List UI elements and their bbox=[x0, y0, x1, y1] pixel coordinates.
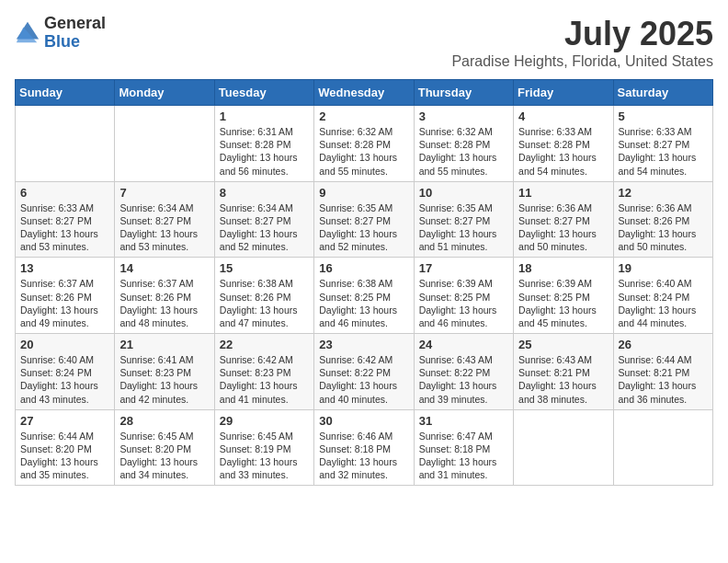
calendar-cell: 29Sunrise: 6:45 AM Sunset: 8:19 PM Dayli… bbox=[214, 409, 313, 486]
calendar-cell bbox=[16, 106, 115, 182]
day-info: Sunrise: 6:44 AM Sunset: 8:21 PM Dayligh… bbox=[619, 353, 708, 406]
calendar-cell: 31Sunrise: 6:47 AM Sunset: 8:18 PM Dayli… bbox=[414, 409, 513, 486]
calendar-cell: 14Sunrise: 6:37 AM Sunset: 8:26 PM Dayli… bbox=[115, 258, 214, 334]
day-info: Sunrise: 6:43 AM Sunset: 8:22 PM Dayligh… bbox=[419, 353, 508, 406]
calendar-cell: 27Sunrise: 6:44 AM Sunset: 8:20 PM Dayli… bbox=[16, 409, 115, 486]
day-number: 1 bbox=[220, 109, 309, 123]
day-number: 18 bbox=[518, 261, 608, 275]
day-info: Sunrise: 6:39 AM Sunset: 8:25 PM Dayligh… bbox=[518, 277, 608, 329]
day-number: 21 bbox=[119, 338, 209, 351]
calendar-cell: 1Sunrise: 6:31 AM Sunset: 8:28 PM Daylig… bbox=[214, 106, 313, 182]
day-number: 29 bbox=[220, 414, 309, 428]
day-number: 15 bbox=[220, 261, 309, 275]
day-info: Sunrise: 6:35 AM Sunset: 8:27 PM Dayligh… bbox=[419, 201, 508, 254]
calendar-cell: 5Sunrise: 6:33 AM Sunset: 8:27 PM Daylig… bbox=[613, 106, 712, 182]
day-number: 25 bbox=[518, 338, 608, 351]
day-number: 22 bbox=[220, 338, 309, 351]
day-of-week-header: Saturday bbox=[613, 80, 712, 106]
day-info: Sunrise: 6:42 AM Sunset: 8:22 PM Dayligh… bbox=[319, 353, 408, 406]
day-info: Sunrise: 6:40 AM Sunset: 8:24 PM Dayligh… bbox=[20, 353, 109, 406]
calendar-cell: 2Sunrise: 6:32 AM Sunset: 8:28 PM Daylig… bbox=[314, 106, 414, 182]
calendar-table: SundayMondayTuesdayWednesdayThursdayFrid… bbox=[15, 79, 713, 486]
calendar-cell: 4Sunrise: 6:33 AM Sunset: 8:28 PM Daylig… bbox=[514, 106, 613, 182]
calendar-week-row: 20Sunrise: 6:40 AM Sunset: 8:24 PM Dayli… bbox=[16, 334, 713, 410]
days-of-week-row: SundayMondayTuesdayWednesdayThursdayFrid… bbox=[16, 80, 713, 106]
day-of-week-header: Wednesday bbox=[314, 80, 414, 106]
day-of-week-header: Thursday bbox=[414, 80, 513, 106]
day-info: Sunrise: 6:37 AM Sunset: 8:26 PM Dayligh… bbox=[20, 277, 109, 329]
calendar-cell: 7Sunrise: 6:34 AM Sunset: 8:27 PM Daylig… bbox=[115, 181, 214, 258]
day-info: Sunrise: 6:44 AM Sunset: 8:20 PM Dayligh… bbox=[20, 430, 109, 482]
day-number: 24 bbox=[419, 338, 508, 351]
day-info: Sunrise: 6:47 AM Sunset: 8:18 PM Dayligh… bbox=[419, 430, 508, 482]
calendar-week-row: 13Sunrise: 6:37 AM Sunset: 8:26 PM Dayli… bbox=[16, 258, 713, 334]
day-info: Sunrise: 6:36 AM Sunset: 8:27 PM Dayligh… bbox=[518, 201, 608, 254]
calendar-cell: 24Sunrise: 6:43 AM Sunset: 8:22 PM Dayli… bbox=[414, 334, 513, 410]
day-number: 3 bbox=[419, 109, 508, 123]
day-info: Sunrise: 6:45 AM Sunset: 8:20 PM Dayligh… bbox=[119, 430, 209, 482]
page-header: General Blue July 2025 Paradise Heights,… bbox=[15, 15, 713, 70]
day-number: 10 bbox=[419, 186, 508, 200]
day-info: Sunrise: 6:45 AM Sunset: 8:19 PM Dayligh… bbox=[220, 430, 309, 482]
day-info: Sunrise: 6:35 AM Sunset: 8:27 PM Dayligh… bbox=[319, 201, 408, 254]
calendar-cell: 16Sunrise: 6:38 AM Sunset: 8:25 PM Dayli… bbox=[314, 258, 414, 334]
calendar-week-row: 1Sunrise: 6:31 AM Sunset: 8:28 PM Daylig… bbox=[16, 106, 713, 182]
calendar-cell bbox=[514, 409, 613, 486]
day-info: Sunrise: 6:39 AM Sunset: 8:25 PM Dayligh… bbox=[419, 277, 508, 329]
calendar-cell: 13Sunrise: 6:37 AM Sunset: 8:26 PM Dayli… bbox=[16, 258, 115, 334]
calendar-header: SundayMondayTuesdayWednesdayThursdayFrid… bbox=[16, 80, 713, 106]
calendar-cell: 10Sunrise: 6:35 AM Sunset: 8:27 PM Dayli… bbox=[414, 181, 513, 258]
day-info: Sunrise: 6:33 AM Sunset: 8:27 PM Dayligh… bbox=[20, 201, 109, 254]
calendar-cell: 23Sunrise: 6:42 AM Sunset: 8:22 PM Dayli… bbox=[314, 334, 414, 410]
calendar-cell: 19Sunrise: 6:40 AM Sunset: 8:24 PM Dayli… bbox=[613, 258, 712, 334]
day-number: 14 bbox=[119, 261, 209, 275]
day-number: 23 bbox=[319, 338, 408, 351]
day-info: Sunrise: 6:38 AM Sunset: 8:25 PM Dayligh… bbox=[319, 277, 408, 329]
calendar-cell: 11Sunrise: 6:36 AM Sunset: 8:27 PM Dayli… bbox=[514, 181, 613, 258]
day-number: 31 bbox=[419, 414, 508, 428]
day-of-week-header: Sunday bbox=[16, 80, 115, 106]
calendar-week-row: 27Sunrise: 6:44 AM Sunset: 8:20 PM Dayli… bbox=[16, 409, 713, 486]
calendar-cell: 30Sunrise: 6:46 AM Sunset: 8:18 PM Dayli… bbox=[314, 409, 414, 486]
calendar-cell: 3Sunrise: 6:32 AM Sunset: 8:28 PM Daylig… bbox=[414, 106, 513, 182]
calendar-cell: 15Sunrise: 6:38 AM Sunset: 8:26 PM Dayli… bbox=[214, 258, 313, 334]
logo: General Blue bbox=[15, 15, 106, 52]
day-number: 4 bbox=[518, 109, 608, 123]
month-title: July 2025 bbox=[451, 15, 713, 53]
calendar-cell: 17Sunrise: 6:39 AM Sunset: 8:25 PM Dayli… bbox=[414, 258, 513, 334]
calendar-cell: 9Sunrise: 6:35 AM Sunset: 8:27 PM Daylig… bbox=[314, 181, 414, 258]
calendar-cell: 18Sunrise: 6:39 AM Sunset: 8:25 PM Dayli… bbox=[514, 258, 613, 334]
day-info: Sunrise: 6:34 AM Sunset: 8:27 PM Dayligh… bbox=[220, 201, 309, 254]
calendar-cell bbox=[115, 106, 214, 182]
day-info: Sunrise: 6:42 AM Sunset: 8:23 PM Dayligh… bbox=[220, 353, 309, 406]
day-of-week-header: Friday bbox=[514, 80, 613, 106]
day-number: 12 bbox=[619, 186, 708, 200]
calendar-body: 1Sunrise: 6:31 AM Sunset: 8:28 PM Daylig… bbox=[16, 106, 713, 486]
day-info: Sunrise: 6:40 AM Sunset: 8:24 PM Dayligh… bbox=[619, 277, 708, 329]
day-info: Sunrise: 6:46 AM Sunset: 8:18 PM Dayligh… bbox=[319, 430, 408, 482]
day-number: 13 bbox=[20, 261, 109, 275]
day-info: Sunrise: 6:43 AM Sunset: 8:21 PM Dayligh… bbox=[518, 353, 608, 406]
day-info: Sunrise: 6:38 AM Sunset: 8:26 PM Dayligh… bbox=[220, 277, 309, 329]
day-info: Sunrise: 6:34 AM Sunset: 8:27 PM Dayligh… bbox=[119, 201, 209, 254]
calendar-week-row: 6Sunrise: 6:33 AM Sunset: 8:27 PM Daylig… bbox=[16, 181, 713, 258]
location-title: Paradise Heights, Florida, United States bbox=[451, 53, 713, 70]
logo-icon bbox=[15, 20, 40, 46]
day-number: 7 bbox=[119, 186, 209, 200]
day-number: 16 bbox=[319, 261, 408, 275]
day-info: Sunrise: 6:31 AM Sunset: 8:28 PM Dayligh… bbox=[220, 125, 309, 178]
day-number: 2 bbox=[319, 109, 408, 123]
calendar-cell: 6Sunrise: 6:33 AM Sunset: 8:27 PM Daylig… bbox=[16, 181, 115, 258]
calendar-cell: 25Sunrise: 6:43 AM Sunset: 8:21 PM Dayli… bbox=[514, 334, 613, 410]
logo-general-label: General bbox=[44, 15, 106, 33]
logo-text: General Blue bbox=[44, 15, 106, 52]
day-number: 27 bbox=[20, 414, 109, 428]
day-info: Sunrise: 6:33 AM Sunset: 8:27 PM Dayligh… bbox=[619, 125, 708, 178]
day-number: 8 bbox=[220, 186, 309, 200]
day-info: Sunrise: 6:32 AM Sunset: 8:28 PM Dayligh… bbox=[419, 125, 508, 178]
calendar-cell: 28Sunrise: 6:45 AM Sunset: 8:20 PM Dayli… bbox=[115, 409, 214, 486]
calendar-cell: 22Sunrise: 6:42 AM Sunset: 8:23 PM Dayli… bbox=[214, 334, 313, 410]
day-info: Sunrise: 6:32 AM Sunset: 8:28 PM Dayligh… bbox=[319, 125, 408, 178]
day-of-week-header: Tuesday bbox=[214, 80, 313, 106]
calendar-cell: 21Sunrise: 6:41 AM Sunset: 8:23 PM Dayli… bbox=[115, 334, 214, 410]
